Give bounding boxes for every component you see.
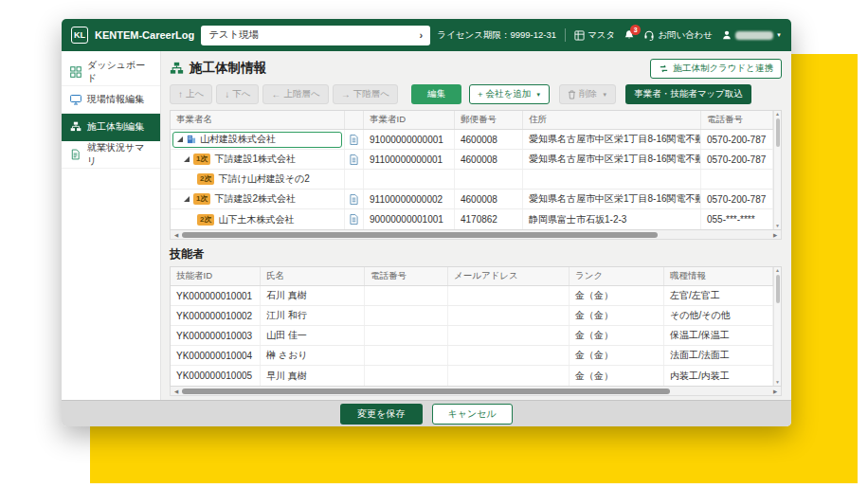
company-row[interactable]: 2次 山下土木株式会社 90000000001001 4170862 静岡県富士… — [171, 209, 781, 229]
hierarchy-icon — [69, 121, 81, 133]
worker-email — [448, 306, 570, 325]
worker-name: 山田 佳一 — [261, 326, 365, 345]
site-selector[interactable]: テスト現場 › — [201, 26, 430, 45]
notifications-button[interactable]: 3 — [624, 29, 635, 41]
worker-row[interactable]: YK000000010004 榊 さおり 金（金） 法面工/法面工 — [171, 346, 781, 366]
scroll-left-icon[interactable]: ◀ — [171, 387, 182, 396]
plus-icon: + — [478, 89, 483, 99]
companies-vertical-scrollbar[interactable]: ▲ ▼ — [773, 111, 781, 229]
company-id: 90000000001001 — [364, 209, 455, 229]
scrollbar-thumb[interactable] — [182, 389, 670, 394]
scroll-down-icon[interactable]: ▼ — [775, 379, 780, 386]
notification-count-badge: 3 — [630, 25, 641, 35]
app-window: KL KENTEM-CareerLog テスト現場 › ライセンス期限：9999… — [62, 19, 791, 426]
worker-rank: 金（金） — [570, 286, 664, 305]
dashboard-icon — [69, 66, 81, 78]
building-icon — [187, 135, 196, 144]
scrollbar-thumb[interactable] — [776, 275, 780, 303]
sidebar-item-dashboard[interactable]: ダッシュボード — [62, 59, 160, 86]
scroll-right-icon[interactable]: ▶ — [769, 387, 781, 396]
sidebar-item-site-info[interactable]: 現場情報編集 — [62, 86, 160, 114]
move-level-up-button[interactable]: ←上階層へ — [262, 84, 328, 104]
arrow-left-icon: ← — [271, 90, 280, 99]
main-content: 施工体制情報 施工体制クラウドと連携 ↑上へ ↓下へ ←上階層へ →下階層へ 編… — [161, 51, 791, 400]
scroll-left-icon[interactable]: ◀ — [171, 230, 182, 240]
move-level-down-button[interactable]: →下階層へ — [333, 84, 398, 104]
user-menu[interactable]: ▼ — [721, 29, 782, 41]
add-company-button[interactable]: +会社を追加▼ — [469, 84, 550, 104]
master-menu[interactable]: マスタ — [574, 29, 615, 42]
move-down-button[interactable]: ↓下へ — [216, 84, 259, 104]
sidebar-item-work-summary[interactable]: 就業状況サマリ — [62, 141, 160, 169]
company-row[interactable]: 1次 下請建設2株式会社 91100000000002 4600008 愛知県名… — [171, 190, 781, 209]
document-icon[interactable] — [350, 154, 358, 165]
company-phone: 0570-200-787 — [701, 190, 773, 208]
company-name: 山村建設株式会社 — [200, 133, 276, 146]
edit-button[interactable]: 編集 — [411, 84, 461, 104]
toolbar: ↑上へ ↓下へ ←上階層へ →下階層へ 編集 +会社を追加▼ 削除▼ 事業者・技… — [170, 84, 782, 104]
scroll-up-icon[interactable]: ▲ — [775, 111, 780, 117]
company-name: 下請け山村建設その2 — [218, 172, 309, 186]
scroll-right-icon[interactable]: ▶ — [769, 230, 781, 240]
document-icon[interactable] — [350, 135, 358, 145]
workers-table: 技能者ID 氏名 電話番号 メールアドレス ランク 職種情報 YK0000000… — [170, 266, 782, 387]
workers-horizontal-scrollbar[interactable]: ◀ ▶ — [170, 387, 782, 396]
worker-email — [448, 286, 570, 305]
tier-badge: 2次 — [197, 214, 214, 226]
col-worker-id: 技能者ID — [171, 267, 261, 285]
caret-down-icon: ▼ — [535, 92, 541, 98]
companies-horizontal-scrollbar[interactable]: ◀ ▶ — [170, 230, 782, 240]
company-phone: 0570-200-787 — [701, 150, 773, 169]
col-worker-job: 職種情報 — [664, 267, 773, 285]
expand-toggle-icon[interactable] — [184, 156, 190, 162]
company-zip: 4600008 — [455, 190, 523, 208]
worker-id: YK000000010001 — [171, 286, 261, 305]
worker-row[interactable]: YK000000010005 早川 真樹 金（金） 内装工/内装工 — [171, 366, 781, 386]
col-address: 住所 — [523, 111, 701, 129]
col-phone: 電話番号 — [701, 111, 773, 129]
company-row[interactable]: 山村建設株式会社 91000000000001 4600008 愛知県名古屋市中… — [171, 130, 781, 150]
worker-row[interactable]: YK000000010002 江川 和行 金（金） その他/その他 — [171, 306, 781, 326]
document-icon[interactable] — [350, 214, 358, 225]
document-icon[interactable] — [350, 194, 358, 205]
map-import-button[interactable]: 事業者・技能者マップ取込 — [625, 84, 751, 104]
document-icon — [69, 149, 81, 160]
company-row[interactable]: 2次 下請け山村建設その2 — [171, 170, 781, 190]
scrollbar-thumb[interactable] — [776, 118, 780, 147]
col-doc — [345, 111, 364, 129]
company-address — [523, 170, 701, 189]
col-zip: 郵便番号 — [455, 111, 523, 129]
footer-action-bar: 変更を保存 キャンセル — [62, 400, 791, 426]
scroll-down-icon[interactable]: ▼ — [775, 223, 780, 229]
worker-row[interactable]: YK000000010001 石川 真樹 金（金） 左官/左官工 — [171, 286, 781, 306]
worker-job: 左官/左官工 — [664, 286, 773, 305]
cancel-button[interactable]: キャンセル — [432, 404, 513, 425]
expand-toggle-icon[interactable] — [184, 196, 190, 202]
workers-section-title: 技能者 — [170, 246, 782, 262]
sidebar-item-construction-system[interactable]: 施工体制編集 — [62, 114, 160, 141]
delete-button[interactable]: 削除▼ — [559, 84, 616, 104]
worker-phone — [365, 326, 448, 345]
arrow-down-icon: ↓ — [225, 90, 229, 99]
workers-vertical-scrollbar[interactable]: ▲ ▼ — [773, 267, 781, 386]
scrollbar-thumb[interactable] — [182, 232, 658, 238]
caret-down-icon: ▼ — [776, 32, 782, 38]
cloud-link-button[interactable]: 施工体制クラウドと連携 — [650, 59, 782, 79]
expand-toggle-icon[interactable] — [177, 136, 183, 142]
sidebar: ダッシュボード 現場情報編集 施工体制編集 就業状況サマリ — [62, 51, 161, 400]
monitor-icon — [69, 94, 81, 105]
contact-button[interactable]: お問い合わせ — [643, 29, 713, 42]
worker-rank: 金（金） — [570, 366, 664, 386]
col-worker-rank: ランク — [570, 267, 664, 285]
move-up-button[interactable]: ↑上へ — [170, 84, 212, 104]
worker-id: YK000000010004 — [171, 346, 261, 365]
scroll-up-icon[interactable]: ▲ — [775, 267, 780, 274]
company-row[interactable]: 1次 下請建設1株式会社 91100000000001 4600008 愛知県名… — [171, 150, 781, 170]
worker-row[interactable]: YK000000010003 山田 佳一 金（金） 保温工/保温工 — [171, 326, 781, 346]
company-address: 愛知県名古屋市中区栄1丁目8-16関電不動産伏見ビ… — [523, 150, 701, 169]
worker-phone — [365, 366, 448, 386]
save-button[interactable]: 変更を保存 — [340, 404, 422, 425]
worker-rank: 金（金） — [570, 346, 664, 365]
worker-phone — [365, 346, 448, 365]
tier-badge: 2次 — [197, 173, 214, 185]
